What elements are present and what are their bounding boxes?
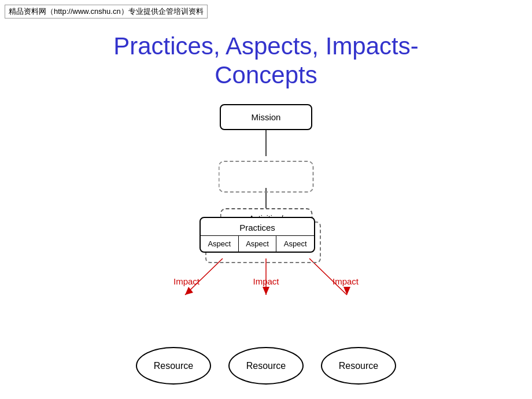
title-line2: Concepts bbox=[215, 61, 317, 88]
svg-marker-5 bbox=[263, 287, 269, 295]
resource-label-2: Resource bbox=[246, 361, 286, 371]
resource-ellipse-2: Resource bbox=[228, 347, 304, 385]
practices-label: Practices bbox=[201, 218, 314, 236]
aspects-row: Aspect Aspect Aspect bbox=[201, 236, 314, 252]
svg-marker-7 bbox=[343, 287, 350, 295]
impact-label-3: Impact bbox=[332, 276, 359, 286]
resource-row: Resource Resource Resource bbox=[136, 347, 396, 385]
aspect-cell-2: Aspect bbox=[239, 236, 277, 252]
watermark: 精品资料网（http://www.cnshu.cn）专业提供企管培训资料 bbox=[5, 5, 208, 19]
mission-label: Mission bbox=[252, 112, 281, 122]
impacts-row: Impact Impact Impact bbox=[168, 276, 364, 286]
mission-box: Mission bbox=[220, 104, 312, 130]
impact-label-2: Impact bbox=[253, 276, 279, 286]
practices-outer: Practices Aspect Aspect Aspect bbox=[200, 217, 332, 253]
aspect-cell-1: Aspect bbox=[201, 236, 239, 252]
title-line1: Practices, Aspects, Impacts- bbox=[113, 32, 419, 60]
practices-box: Practices Aspect Aspect Aspect bbox=[200, 217, 315, 253]
resource-ellipse-1: Resource bbox=[136, 347, 211, 385]
watermark-text: 精品资料网（http://www.cnshu.cn）专业提供企管培训资料 bbox=[9, 7, 204, 16]
resource-label-1: Resource bbox=[154, 361, 193, 371]
resource-ellipse-3: Resource bbox=[321, 347, 396, 385]
diagram: Mission Activities/Operations Practices … bbox=[0, 104, 532, 399]
resource-label-3: Resource bbox=[339, 361, 378, 371]
svg-marker-3 bbox=[185, 287, 193, 295]
impact-label-1: Impact bbox=[173, 276, 200, 286]
aspect-cell-3: Aspect bbox=[276, 236, 314, 252]
